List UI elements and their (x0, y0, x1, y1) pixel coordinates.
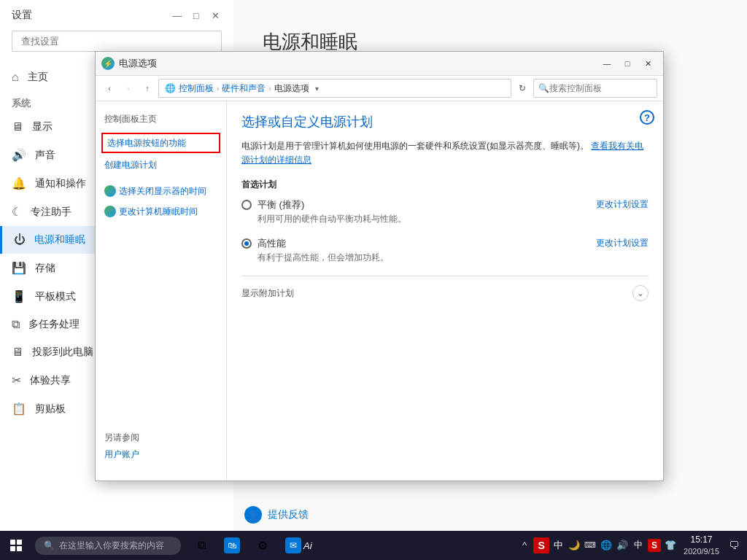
keyboard-icon[interactable]: ⌨ (583, 537, 597, 553)
sogou-icon[interactable]: S (533, 537, 549, 553)
up-button[interactable]: ↑ (139, 80, 155, 96)
power-dialog-titlebar: ⚡ 电源选项 — □ ✕ (96, 52, 663, 76)
settings-search-container (12, 31, 222, 52)
additional-plans[interactable]: 显示附加计划 ⌄ (241, 285, 649, 301)
power-dialog: ⚡ 电源选项 — □ ✕ ‹ › ↑ 🌐 控制面板 › 硬件和声音 › 电源选项… (95, 51, 664, 481)
plans-divider (241, 276, 649, 276)
breadcrumb-chevron-1: › (217, 85, 219, 93)
power-dialog-title-left: ⚡ 电源选项 (101, 57, 157, 70)
sidebar-item-power-label: 电源和睡眠 (34, 233, 85, 246)
user-account-link[interactable]: 用户账户 (104, 447, 217, 462)
multitask-icon: ⧉ (12, 318, 20, 331)
display-timeout-text: 选择关闭显示器的时间 (119, 184, 206, 198)
plan-high-performance-name: 高性能 (258, 237, 389, 250)
power-dialog-icon: ⚡ (101, 57, 115, 70)
address-search[interactable]: 🔍 (533, 79, 657, 98)
power-nav-icon: ⏻ (14, 233, 26, 246)
start-icon (10, 540, 22, 551)
settings-taskbar-icon: ⚙ (255, 537, 271, 553)
path-item-1[interactable]: 控制面板 (179, 82, 214, 95)
settings-search-input[interactable] (12, 31, 222, 52)
path-item-2[interactable]: 硬件和声音 (222, 82, 266, 95)
systray-chevron[interactable]: ^ (517, 537, 532, 553)
plan-high-performance-radio[interactable] (241, 238, 252, 249)
help-icon[interactable]: ? (640, 110, 654, 125)
expand-plans-icon[interactable]: ⌄ (632, 285, 649, 301)
sidebar-item-storage-label: 存储 (35, 262, 55, 275)
close-button[interactable]: ✕ (209, 9, 222, 22)
power-dialog-minimize[interactable]: — (597, 56, 616, 71)
forward-button[interactable]: › (120, 80, 136, 96)
ime-zh-icon[interactable]: 中 (551, 537, 565, 553)
create-plan-link[interactable]: 创建电源计划 (96, 155, 226, 175)
address-bar: ‹ › ↑ 🌐 控制面板 › 硬件和声音 › 电源选项 ▾ ↻ 🔍 (96, 76, 663, 101)
power-dialog-wincontrols: — □ ✕ (597, 56, 657, 71)
settings-wincontrols: — □ ✕ (171, 9, 222, 22)
refresh-button[interactable]: ↻ (514, 80, 530, 96)
plan-high-performance-settings-link[interactable]: 更改计划设置 (596, 237, 649, 249)
feedback-section[interactable]: 👤 提供反馈 (244, 506, 309, 524)
home-icon: ⌂ (12, 71, 19, 84)
power-dialog-title: 电源选项 (119, 57, 157, 70)
clipboard-icon: 📋 (12, 402, 26, 416)
plan-balanced-settings-link[interactable]: 更改计划设置 (596, 198, 649, 211)
taskbar-search-placeholder: 在这里输入你要搜索的内容 (59, 540, 164, 552)
sleep-timeout-link[interactable]: 更改计算机睡眠时间 (96, 201, 226, 222)
tablet-icon: 📱 (12, 289, 26, 303)
plan-high-performance-desc: 有利于提高性能，但会增加功耗。 (258, 252, 389, 264)
display-icon-circle (104, 185, 116, 197)
taskbar-apps: ⧉ 🛍 ⚙ ✉ (187, 531, 308, 560)
feedback-icon: 👤 (244, 506, 262, 524)
power-dialog-maximize[interactable]: □ (618, 56, 637, 71)
plan-balanced-name: 平衡 (推荐) (258, 198, 406, 211)
sidebar-item-share-label: 体验共享 (30, 374, 71, 387)
address-dropdown-icon[interactable]: ▾ (315, 85, 319, 93)
address-search-input[interactable] (549, 83, 659, 93)
plan-balanced-info: 平衡 (推荐) 利用可用的硬件自动平衡功耗与性能。 (258, 198, 406, 225)
power-dialog-close[interactable]: ✕ (638, 56, 657, 71)
storage-icon: 💾 (12, 261, 26, 275)
back-button[interactable]: ‹ (101, 80, 117, 96)
address-path[interactable]: 🌐 控制面板 › 硬件和声音 › 电源选项 ▾ (158, 79, 511, 98)
plan-balanced: 平衡 (推荐) 利用可用的硬件自动平衡功耗与性能。 更改计划设置 (241, 198, 649, 225)
outlook-icon: ✉ (285, 537, 301, 553)
project-icon: 🖥 (12, 346, 23, 359)
taskbar-taskview[interactable]: ⧉ (187, 531, 216, 560)
ime-label[interactable]: 中 (631, 537, 646, 553)
plan-high-performance: 高性能 有利于提高性能，但会增加功耗。 更改计划设置 (241, 237, 649, 264)
notifications-icon: 🔔 (12, 176, 26, 190)
minimize-button[interactable]: — (171, 9, 184, 22)
sidebar-item-focus-label: 专注助手 (31, 206, 71, 219)
ime-indicator[interactable]: Ai (303, 531, 312, 560)
shirt-icon[interactable]: 👕 (663, 537, 678, 553)
maximize-button[interactable]: □ (190, 9, 203, 22)
ime-ai-label: Ai (303, 540, 312, 551)
control-panel-home-title: 控制面板主页 (96, 110, 226, 131)
taskbar-settings[interactable]: ⚙ (248, 531, 277, 560)
moon-icon[interactable]: 🌙 (567, 537, 581, 553)
see-also-title: 另请参阅 (104, 432, 217, 444)
taskbar-store[interactable]: 🛍 (217, 531, 247, 560)
address-search-icon: 🔍 (538, 83, 549, 93)
plan-balanced-radio[interactable] (241, 200, 252, 210)
plan-high-performance-left: 高性能 有利于提高性能，但会增加功耗。 (241, 237, 389, 264)
notification-icon[interactable]: 🗨 (725, 537, 743, 553)
taskview-icon: ⧉ (193, 537, 209, 553)
display-timeout-link[interactable]: 选择关闭显示器的时间 (96, 181, 226, 201)
sogou-tray-icon[interactable]: S (647, 537, 662, 553)
volume-icon[interactable]: 🔊 (615, 537, 630, 553)
sidebar-item-notifications-label: 通知和操作 (35, 177, 86, 190)
path-globe-icon: 🌐 (165, 83, 176, 93)
taskbar-search[interactable]: 🔍 在这里输入你要搜索的内容 (35, 537, 181, 555)
focus-icon: ☾ (12, 205, 22, 219)
start-button[interactable] (0, 531, 32, 560)
sleep-icon-circle (104, 206, 116, 217)
systray-time[interactable]: 15:17 2020/9/15 (679, 534, 724, 556)
network-icon[interactable]: 🌐 (599, 537, 614, 553)
plan-balanced-left: 平衡 (推荐) 利用可用的硬件自动平衡功耗与性能。 (241, 198, 406, 225)
time-display: 15:17 (691, 534, 713, 546)
power-buttons-link[interactable]: 选择电源按钮的功能 (101, 133, 220, 153)
additional-plans-label: 显示附加计划 (241, 287, 294, 300)
feedback-label: 提供反馈 (268, 508, 309, 521)
settings-window-title: 设置 (12, 9, 32, 22)
